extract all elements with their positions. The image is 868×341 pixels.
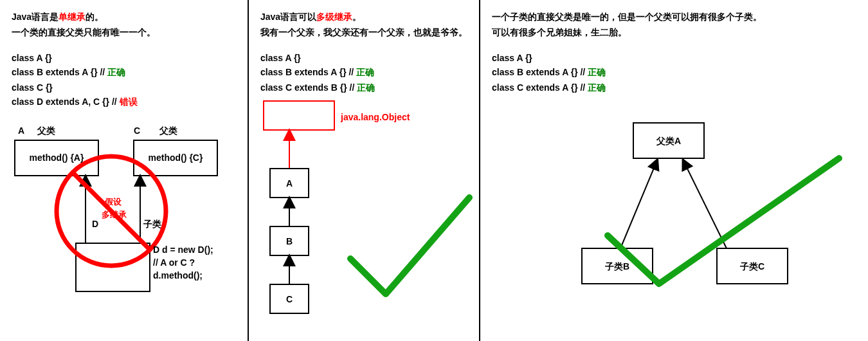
checkmark-icon bbox=[608, 158, 839, 284]
code-line: class A {} bbox=[260, 53, 467, 63]
code-line: class A {} bbox=[12, 53, 236, 63]
box-object bbox=[264, 101, 334, 130]
panel-multilevel-inheritance: Java语言可以多级继承。 我有一个父亲，我父亲还有一个父亲，也就是爷爷。 cl… bbox=[248, 0, 479, 341]
code-comment: 错误 bbox=[120, 97, 138, 107]
text-highlight: 多级继承 bbox=[316, 12, 352, 22]
diagram-multilevel: java.lang.Object A B C bbox=[260, 98, 467, 329]
code-comment: 正确 bbox=[588, 67, 606, 77]
text-line: Java语言是单继承的。 bbox=[12, 12, 236, 23]
arrow-c-to-a bbox=[685, 163, 727, 248]
diagram-svg: java.lang.Object A B C bbox=[260, 98, 479, 329]
code-line: class B extends A {} // 正确 bbox=[492, 67, 856, 78]
diagram-sibling-children: 父类A 子类B 子类C bbox=[550, 120, 856, 300]
box-c-text: method() {C} bbox=[149, 152, 203, 163]
code-comment: 正确 bbox=[356, 67, 374, 77]
code-line: class D extends A, C {} // 错误 bbox=[12, 97, 236, 108]
text-line: 可以有很多个兄弟姐妹，生二胎。 bbox=[492, 27, 856, 39]
label-child: 子类 bbox=[143, 219, 161, 229]
diagram-multi-inheritance-forbidden: A 父类 C 父类 method() {A} method() {C} bbox=[12, 121, 236, 301]
code-line: class B extends A {} // 正确 bbox=[12, 67, 236, 78]
text-highlight: 单继承 bbox=[59, 12, 86, 22]
label-object: java.lang.Object bbox=[340, 112, 410, 122]
code-line: class B extends A {} // 正确 bbox=[260, 67, 467, 78]
code: class B extends A {} // bbox=[492, 67, 588, 77]
usage-line: d.method(); bbox=[153, 270, 203, 281]
text: Java语言可以 bbox=[260, 12, 316, 22]
code: class B extends A {} // bbox=[260, 67, 356, 77]
code: class D extends A, C {} // bbox=[12, 97, 120, 107]
code-line: class A {} bbox=[492, 53, 856, 63]
panel-multiple-children: 一个子类的直接父类是唯一的，但是一个父类可以拥有很多个子类。 可以有很多个兄弟姐… bbox=[479, 0, 868, 341]
text-line: Java语言可以多级继承。 bbox=[260, 12, 467, 23]
code-line: class C {} bbox=[12, 82, 236, 93]
box-c-text: C bbox=[286, 294, 293, 304]
text: 。 bbox=[352, 12, 361, 22]
diagram-svg: 父类A 子类B 子类C bbox=[550, 120, 852, 300]
code: class B extends A {} // bbox=[12, 67, 107, 77]
label-parent: 父类 bbox=[37, 125, 55, 136]
box-b-text: B bbox=[286, 236, 293, 246]
text-line: 一个子类的直接父类是唯一的，但是一个父类可以拥有很多个子类。 bbox=[492, 12, 856, 23]
code: class C extends B {} // bbox=[260, 82, 357, 93]
forbidden-slash-icon bbox=[73, 172, 150, 250]
code: class C extends A {} // bbox=[492, 82, 588, 93]
text-line: 一个类的直接父类只能有唯一一个。 bbox=[12, 27, 236, 39]
box-parent-a-text: 父类A bbox=[656, 136, 681, 146]
label-parent2: 父类 bbox=[159, 125, 177, 136]
usage-line: // A or C ? bbox=[153, 257, 195, 268]
label-d: D bbox=[92, 219, 98, 229]
code-comment: 正确 bbox=[107, 67, 125, 77]
panel-single-inheritance: Java语言是单继承的。 一个类的直接父类只能有唯一一个。 class A {}… bbox=[0, 0, 248, 341]
label-a: A bbox=[18, 125, 24, 136]
text-line: 我有一个父亲，我父亲还有一个父亲，也就是爷爷。 bbox=[260, 27, 467, 39]
text: 的。 bbox=[86, 12, 104, 22]
box-child-b-text: 子类B bbox=[604, 261, 629, 272]
code-line: class C extends B {} // 正确 bbox=[260, 82, 467, 94]
code-comment: 正确 bbox=[588, 82, 606, 93]
arrow-b-to-a bbox=[620, 163, 656, 248]
code-comment: 正确 bbox=[357, 82, 375, 93]
checkmark-icon bbox=[350, 198, 469, 294]
usage-line: D d = new D(); bbox=[153, 244, 213, 255]
box-a-text: method() {A} bbox=[30, 152, 84, 163]
text: Java语言是 bbox=[12, 12, 59, 22]
box-child-c-text: 子类C bbox=[739, 261, 764, 272]
label-c: C bbox=[134, 125, 140, 136]
box-a-text: A bbox=[286, 178, 293, 189]
code-line: class C extends A {} // 正确 bbox=[492, 82, 856, 94]
diagram-svg: A 父类 C 父类 method() {A} method() {C} bbox=[12, 121, 243, 301]
